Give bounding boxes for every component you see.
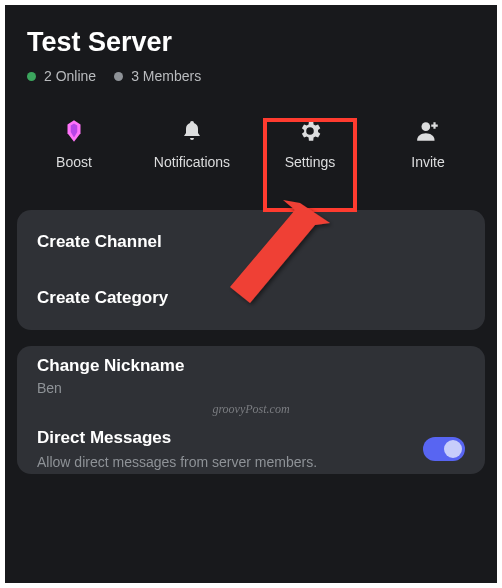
- toggle-knob-icon: [444, 440, 462, 458]
- create-channel-row[interactable]: Create Channel: [17, 214, 485, 270]
- change-nickname-label: Change Nickname: [37, 356, 465, 376]
- change-nickname-row[interactable]: Change Nickname Ben: [17, 350, 485, 410]
- boost-icon: [59, 116, 89, 146]
- gear-icon: [295, 116, 325, 146]
- boost-label: Boost: [56, 154, 92, 170]
- online-count: 2 Online: [44, 68, 96, 84]
- dm-toggle[interactable]: [423, 437, 465, 461]
- svg-point-0: [422, 122, 431, 131]
- create-card: Create Channel Create Category: [17, 210, 485, 330]
- members-dot-icon: [114, 72, 123, 81]
- notifications-label: Notifications: [154, 154, 230, 170]
- settings-label: Settings: [285, 154, 336, 170]
- invite-label: Invite: [411, 154, 444, 170]
- dm-description: Allow direct messages from server member…: [37, 454, 413, 470]
- online-dot-icon: [27, 72, 36, 81]
- direct-messages-row: Direct Messages Allow direct messages fr…: [17, 410, 485, 470]
- notifications-button[interactable]: Notifications: [133, 108, 251, 178]
- settings-button[interactable]: Settings: [251, 108, 369, 178]
- members-count: 3 Members: [131, 68, 201, 84]
- create-category-row[interactable]: Create Category: [17, 270, 485, 326]
- bell-icon: [177, 116, 207, 146]
- server-status: 2 Online 3 Members: [27, 68, 475, 84]
- action-bar: Boost Notifications Settings Invite: [5, 98, 497, 196]
- dm-title: Direct Messages: [37, 428, 413, 448]
- invite-icon: [413, 116, 443, 146]
- nickname-value: Ben: [37, 380, 465, 396]
- boost-button[interactable]: Boost: [15, 108, 133, 178]
- settings-card: Change Nickname Ben Direct Messages Allo…: [17, 346, 485, 474]
- invite-button[interactable]: Invite: [369, 108, 487, 178]
- server-title: Test Server: [27, 27, 475, 58]
